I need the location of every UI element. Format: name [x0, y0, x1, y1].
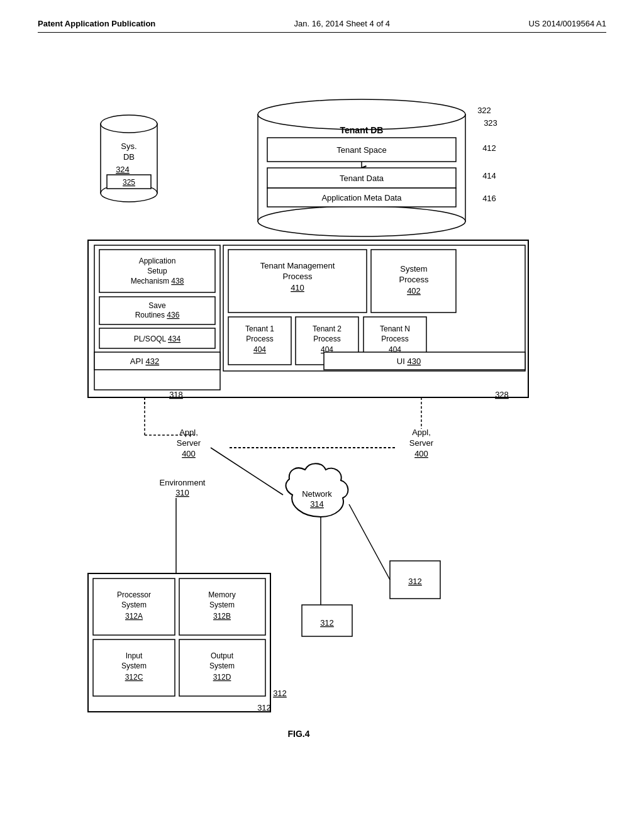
svg-line-78 [211, 448, 283, 495]
svg-text:System: System [209, 661, 235, 670]
header-center: Jan. 16, 2014 Sheet 4 of 4 [294, 19, 391, 28]
svg-text:Save: Save [148, 301, 166, 310]
svg-text:312: 312 [257, 703, 271, 712]
svg-text:328: 328 [495, 390, 509, 399]
svg-text:312C: 312C [125, 673, 143, 682]
svg-line-102 [349, 504, 390, 580]
header-right: US 2014/0019564 A1 [528, 19, 606, 28]
diagram: Sys. DB 324 325 Tenant DB 322 323 Tenant… [38, 58, 606, 800]
svg-text:Process: Process [313, 335, 340, 343]
svg-text:312B: 312B [213, 612, 231, 621]
svg-text:Process: Process [246, 335, 273, 343]
header-left: Patent Application Publication [38, 19, 155, 28]
svg-text:Appl,: Appl, [412, 428, 431, 437]
svg-text:Server: Server [177, 438, 201, 448]
svg-text:PL/SOQL 434: PL/SOQL 434 [134, 335, 181, 343]
svg-text:Environment: Environment [160, 478, 206, 487]
svg-text:System: System [209, 600, 235, 609]
svg-text:System: System [121, 600, 147, 609]
svg-text:Tenant N: Tenant N [380, 324, 410, 333]
svg-rect-40 [228, 250, 367, 313]
svg-text:System: System [121, 661, 147, 670]
svg-text:312: 312 [273, 689, 287, 698]
svg-text:312A: 312A [125, 612, 143, 621]
svg-text:414: 414 [482, 171, 496, 180]
svg-text:Process: Process [399, 275, 429, 284]
svg-text:Tenant 1: Tenant 1 [245, 324, 274, 333]
svg-text:Process: Process [381, 335, 408, 343]
svg-text:312: 312 [320, 618, 334, 628]
svg-text:API 432: API 432 [130, 357, 159, 366]
svg-text:Tenant Space: Tenant Space [336, 145, 387, 155]
svg-text:Application Meta Data: Application Meta Data [321, 193, 402, 202]
svg-text:Processor: Processor [117, 590, 151, 599]
svg-text:Mechanism 438: Mechanism 438 [131, 277, 184, 285]
svg-text:Server: Server [409, 438, 434, 448]
svg-point-10 [258, 206, 465, 236]
svg-text:System: System [400, 264, 427, 274]
svg-text:324: 324 [116, 165, 130, 174]
svg-text:Output: Output [211, 651, 234, 660]
svg-text:Tenant 2: Tenant 2 [313, 324, 341, 333]
svg-text:402: 402 [407, 286, 421, 296]
svg-rect-60 [324, 352, 525, 370]
svg-text:312: 312 [408, 577, 422, 586]
svg-text:DB: DB [123, 152, 135, 162]
svg-text:Setup: Setup [147, 267, 167, 275]
svg-text:FIG.4: FIG.4 [287, 729, 309, 739]
svg-text:Memory: Memory [208, 590, 235, 599]
page-header: Patent Application Publication Jan. 16, … [38, 19, 606, 33]
svg-text:323: 323 [484, 118, 497, 128]
page: Patent Application Publication Jan. 16, … [0, 0, 644, 819]
svg-text:Tenant Data: Tenant Data [340, 174, 384, 183]
svg-text:410: 410 [291, 283, 304, 292]
svg-text:Routines 436: Routines 436 [135, 311, 180, 319]
svg-text:Sys.: Sys. [121, 141, 136, 151]
svg-text:UI 430: UI 430 [397, 357, 421, 366]
svg-text:322: 322 [477, 106, 491, 115]
svg-text:314: 314 [310, 499, 324, 509]
svg-point-1 [101, 115, 157, 133]
svg-text:400: 400 [414, 449, 428, 458]
svg-text:412: 412 [482, 143, 496, 153]
svg-text:Tenant Management: Tenant Management [260, 261, 335, 270]
svg-text:325: 325 [123, 178, 135, 187]
svg-text:Network: Network [302, 489, 332, 499]
svg-text:Appl,: Appl, [179, 428, 198, 437]
svg-text:Process: Process [283, 272, 313, 281]
svg-text:310: 310 [175, 488, 189, 497]
svg-text:Application: Application [139, 257, 176, 265]
svg-text:312D: 312D [213, 673, 231, 682]
svg-text:Tenant DB: Tenant DB [340, 125, 384, 135]
svg-text:416: 416 [482, 194, 496, 203]
svg-text:400: 400 [182, 449, 196, 458]
svg-text:Input: Input [126, 651, 143, 660]
svg-text:404: 404 [253, 345, 266, 354]
